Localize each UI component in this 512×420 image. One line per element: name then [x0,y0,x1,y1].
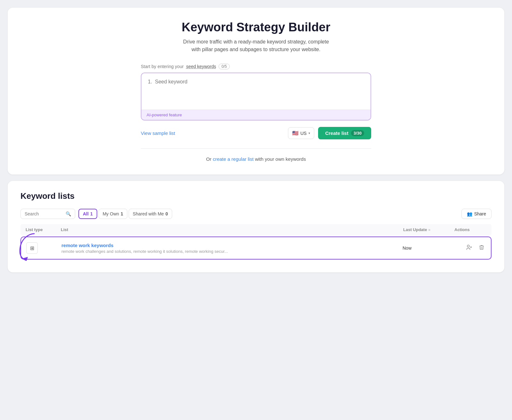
filter-tab-all[interactable]: All 1 [78,209,97,219]
seed-keyword-input[interactable] [141,73,371,108]
last-update-value: Now [403,245,454,251]
share-button[interactable]: 👥 Share [461,209,492,219]
create-regular-list-link[interactable]: create a regular list [213,156,255,162]
filter-tabs: All 1 My Own 1 Shared with Me 0 [78,209,172,219]
toolbar-left: 🔍 All 1 My Own 1 Shared with Me 0 [20,209,172,219]
filter-tab-my-own[interactable]: My Own 1 [99,209,127,219]
row-actions [454,243,486,253]
svg-point-0 [467,245,469,247]
view-sample-link[interactable]: View sample list [141,130,175,136]
col-list-type: List type [26,227,61,232]
seed-count: 0/5 [219,64,230,69]
seed-label: Start by entering your seed keywords 0/5 [141,64,371,69]
keyword-input-wrapper: AI-powered feature [141,73,371,121]
search-box[interactable]: 🔍 [20,209,75,219]
page-subtitle: Drive more traffic with a ready-made key… [23,38,489,53]
table-header: List type List Last Update ≡ Actions [20,224,492,235]
divider [141,148,371,149]
col-list: List [61,227,403,232]
filter-tab-shared[interactable]: Shared with Me 0 [129,209,172,219]
seed-keywords-link[interactable]: seed keywords [186,64,216,69]
col-actions: Actions [454,227,486,232]
add-user-button[interactable] [465,243,474,253]
sort-icon: ≡ [428,228,430,232]
chevron-down-icon: ▾ [308,131,310,135]
right-actions: 🇺🇸 US ▾ Create list 3/30 [288,127,371,139]
list-name[interactable]: remote work keywords [61,243,403,248]
section-title: Keyword lists [20,191,492,201]
flag-us-icon: 🇺🇸 [292,130,299,136]
search-input[interactable] [25,211,63,216]
keyword-strategy-builder-card: Keyword Strategy Builder Drive more traf… [8,8,504,175]
list-info: remote work keywords remote work challen… [61,243,403,254]
table-row: ⊞ remote work keywords remote work chall… [20,237,492,260]
country-selector[interactable]: 🇺🇸 US ▾ [288,127,314,139]
create-list-button[interactable]: Create list 3/30 [318,127,371,139]
keyword-lists-card: Keyword lists 🔍 All 1 My Own 1 Shared wi… [8,181,504,272]
col-last-update[interactable]: Last Update ≡ [403,227,454,232]
arrow-decoration [17,232,36,258]
country-code: US [300,131,307,136]
toolbar: 🔍 All 1 My Own 1 Shared with Me 0 👥 Sha [20,209,492,219]
search-icon: 🔍 [66,211,71,216]
ai-badge: AI-powered feature [141,110,371,120]
page-title: Keyword Strategy Builder [23,20,489,34]
quota-badge: 3/30 [351,130,364,136]
action-row: View sample list 🇺🇸 US ▾ Create list 3/3… [141,127,371,139]
delete-button[interactable] [477,243,486,253]
list-description: remote work challenges and solutions, re… [61,249,403,254]
share-icon: 👥 [467,211,472,216]
or-row: Or create a regular list with your own k… [141,156,371,162]
